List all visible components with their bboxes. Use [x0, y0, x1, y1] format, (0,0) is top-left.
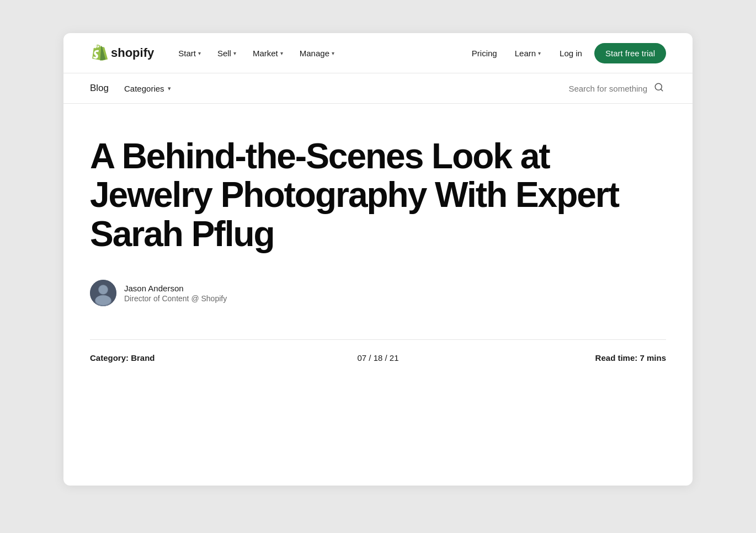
nav-pricing-link[interactable]: Pricing: [465, 44, 504, 62]
author-name: Jason Anderson: [124, 284, 227, 293]
blog-subnav: Blog Categories ▾: [63, 73, 693, 104]
blog-title: Blog: [90, 83, 109, 94]
logo-text: shopify: [111, 46, 154, 60]
article-meta: Category: Brand 07 / 18 / 21 Read time: …: [90, 339, 666, 363]
nav-primary: Start ▾ Sell ▾ Market ▾ Manage ▾: [172, 44, 465, 62]
pricing-label: Pricing: [472, 49, 497, 58]
category-label: Category:: [90, 353, 129, 363]
nav-start-chevron: ▾: [198, 50, 201, 56]
nav-item-sell[interactable]: Sell ▾: [211, 44, 243, 62]
author-section: Jason Anderson Director of Content @ Sho…: [90, 280, 666, 306]
category-value: Brand: [131, 353, 155, 363]
search-input[interactable]: [537, 84, 647, 93]
learn-label: Learn: [515, 49, 536, 58]
author-role: Director of Content @ Shopify: [124, 294, 227, 303]
category-meta: Category: Brand: [90, 353, 155, 363]
search-icon: [654, 82, 664, 92]
read-time-meta: Read time: 7 mins: [595, 353, 666, 363]
article-title: A Behind-the-Scenes Look at Jewelry Phot…: [90, 137, 631, 253]
read-time-value: 7 mins: [640, 353, 666, 363]
article-content: A Behind-the-Scenes Look at Jewelry Phot…: [63, 104, 693, 396]
svg-point-5: [99, 285, 108, 294]
categories-chevron-icon: ▾: [168, 85, 171, 92]
nav-item-start[interactable]: Start ▾: [172, 44, 207, 62]
read-time-label: Read time:: [595, 353, 638, 363]
date-meta: 07 / 18 / 21: [357, 353, 398, 363]
categories-label: Categories: [124, 84, 164, 93]
shopify-logo-icon: [90, 44, 108, 62]
nav-item-market[interactable]: Market ▾: [246, 44, 290, 62]
search-area: [537, 80, 666, 97]
navbar: shopify Start ▾ Sell ▾ Market ▾ Manage ▾…: [63, 33, 693, 73]
categories-button[interactable]: Categories ▾: [124, 82, 171, 95]
start-trial-button[interactable]: Start free trial: [594, 43, 666, 63]
nav-market-chevron: ▾: [280, 50, 283, 56]
avatar: [90, 280, 116, 306]
nav-manage-chevron: ▾: [332, 50, 334, 56]
author-avatar-image: [90, 280, 116, 306]
author-info: Jason Anderson Director of Content @ Sho…: [124, 284, 227, 303]
search-button[interactable]: [652, 80, 666, 97]
login-link[interactable]: Log in: [552, 44, 590, 62]
nav-manage-label: Manage: [300, 49, 329, 58]
learn-chevron: ▾: [538, 50, 541, 56]
nav-sell-label: Sell: [217, 49, 231, 58]
nav-secondary: Pricing Learn ▾ Log in Start free trial: [465, 43, 666, 63]
nav-item-manage[interactable]: Manage ▾: [293, 44, 341, 62]
nav-market-label: Market: [253, 49, 278, 58]
login-label: Log in: [560, 49, 582, 58]
logo-link[interactable]: shopify: [90, 44, 154, 62]
nav-start-label: Start: [178, 49, 196, 58]
nav-sell-chevron: ▾: [233, 50, 236, 56]
page-card: shopify Start ▾ Sell ▾ Market ▾ Manage ▾…: [63, 33, 693, 486]
nav-learn-link[interactable]: Learn ▾: [508, 44, 547, 62]
svg-point-6: [95, 295, 111, 305]
svg-line-1: [661, 89, 662, 90]
